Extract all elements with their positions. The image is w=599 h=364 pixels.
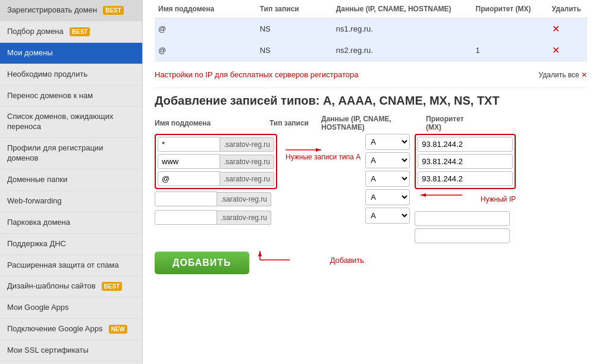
data-input-4[interactable]: [415, 228, 510, 243]
registrar-note-text: Настройки по IP для бесплатных серверов …: [155, 65, 358, 84]
sidebar-item-web-forwarding[interactable]: Web-forwarding: [0, 191, 142, 212]
form-row-3: .saratov-reg.ru: [155, 192, 360, 206]
sidebar-item-label: Зарегистрировать домен: [7, 5, 97, 15]
add-records-section: Добавление записей типов: А, AAAA, CNAME…: [143, 88, 599, 286]
annotation-add: Добавить: [330, 256, 364, 265]
delete-icon[interactable]: ✕: [552, 24, 560, 34]
form-rows-container: .saratov-reg.ru .saratov-reg.ru: [155, 134, 360, 228]
form-row-4: .saratov-reg.ru: [155, 210, 360, 225]
cell-delete[interactable]: ✕: [548, 18, 587, 40]
subdomain-group-2: .saratov-reg.ru: [158, 171, 274, 186]
form-header-data: Данные (IP, CNAME, HOSTNAME): [321, 115, 421, 131]
subdomain-suffix-2: .saratov-reg.ru: [220, 172, 274, 186]
sidebar-item-label: Мои SSL сертификаты: [7, 346, 89, 356]
subdomain-group-3: .saratov-reg.ru: [155, 192, 271, 206]
subdomain-input-3[interactable]: [155, 192, 217, 206]
sidebar-item-pick-domain[interactable]: Подбор домена BEST: [0, 21, 142, 43]
data-input-3[interactable]: [415, 211, 510, 226]
sidebar-item-domain-folders[interactable]: Доменные папки: [0, 170, 142, 191]
cell-priority: 1: [472, 40, 548, 61]
sidebar-badge-best: BEST: [103, 6, 124, 15]
subdomain-suffix-3: .saratov-reg.ru: [217, 192, 271, 206]
registrar-note-row: Настройки по IP для бесплатных серверов …: [155, 61, 587, 88]
form-row-2: .saratov-reg.ru: [158, 171, 274, 186]
sidebar-item-label: Профили для регистрации доменов: [7, 143, 135, 164]
type-select-4[interactable]: AAAAACNAMEMXNSTXT: [365, 208, 410, 224]
cell-type: NS: [256, 40, 333, 61]
arrow-to-add-icon: [254, 248, 325, 272]
outlined-data-group: [415, 134, 516, 189]
annotation-needed-records: Нужные записи типа А: [286, 153, 360, 161]
sidebar-badge-best: BEST: [102, 282, 123, 291]
col-header-subdomain: Имя поддомена: [155, 0, 256, 18]
sidebar-item-dns-support[interactable]: Поддержка ДНС: [0, 234, 142, 255]
col-header-priority: Приоритет (МX): [472, 0, 548, 18]
sidebar-item-site-templates[interactable]: Дизайн-шаблоны сайтов BEST: [0, 276, 142, 297]
sidebar-item-my-ssl[interactable]: Мои SSL сертификаты: [0, 340, 142, 362]
data-input-0[interactable]: [418, 137, 513, 152]
sidebar-item-label: Перенос доменов к нам: [7, 91, 93, 101]
subdomain-group-4: .saratov-reg.ru: [155, 210, 271, 225]
type-selects-column: AAAAACNAMEMXNSTXT AAAAACNAMEMXNSTXT AAAA…: [365, 134, 410, 226]
sidebar-item-transfer-domains[interactable]: Перенос доменов к нам: [0, 86, 142, 107]
add-button[interactable]: ДОБАВИТЬ: [155, 252, 249, 274]
sidebar-item-label: Поддержка ДНС: [7, 239, 66, 249]
subdomain-suffix-4: .saratov-reg.ru: [217, 211, 271, 225]
col-header-type: Тип записи: [256, 0, 333, 18]
subdomain-input-1[interactable]: [158, 154, 220, 169]
sidebar-item-my-domains[interactable]: Мои домены: [0, 43, 142, 64]
sidebar-item-register-domain[interactable]: Зарегистрировать домен BEST: [0, 0, 142, 21]
subdomain-input-0[interactable]: [158, 137, 220, 152]
sidebar-item-spam-protect[interactable]: Расширенная защита от спама: [0, 255, 142, 277]
sidebar-item-label: Подключение Google Apps: [7, 324, 103, 334]
data-annotation-container: Нужный IP: [415, 189, 516, 209]
sidebar-item-connect-google-apps[interactable]: Подключение Google Apps NEW: [0, 319, 142, 340]
cell-subdomain: @: [155, 40, 256, 61]
add-section-title: Добавление записей типов: А, AAAA, CNAME…: [155, 94, 587, 108]
subdomain-group-1: .saratov-reg.ru: [158, 154, 274, 169]
sidebar-item-label: Дизайн-шаблоны сайтов: [7, 281, 96, 291]
cell-delete[interactable]: ✕: [548, 40, 587, 61]
sidebar: Зарегистрировать домен BEST Подбор домен…: [0, 0, 143, 364]
subdomain-suffix-0: .saratov-reg.ru: [220, 137, 274, 152]
type-select-3[interactable]: AAAAACNAMEMXNSTXT: [365, 189, 410, 205]
sidebar-item-label: Web-forwarding: [7, 196, 62, 206]
sidebar-item-label: Мои домены: [7, 48, 53, 58]
sidebar-item-order-ssl[interactable]: Заказать SSL сертификат NEW: [0, 362, 142, 364]
main-content: Имя поддомена Тип записи Данные (IP, CNA…: [143, 0, 599, 364]
type-select-0[interactable]: AAAAACNAMEMXNSTXT: [365, 134, 410, 150]
subdomain-input-2[interactable]: [158, 171, 220, 186]
sidebar-item-pending-transfer[interactable]: Список доменов, ожидающих переноса: [0, 106, 142, 138]
data-inputs-column: Нужный IP: [415, 134, 516, 243]
col-header-delete: Удалить: [548, 0, 587, 18]
cell-subdomain: @: [155, 18, 256, 40]
delete-all-icon: ✕: [581, 71, 587, 79]
sidebar-item-label: Расширенная защита от спама: [7, 261, 119, 271]
subdomain-input-4[interactable]: [155, 210, 217, 225]
existing-dns-table: Имя поддомена Тип записи Данные (IP, CNA…: [155, 0, 587, 61]
delete-icon[interactable]: ✕: [552, 45, 560, 55]
type-select-2[interactable]: AAAAACNAMEMXNSTXT: [365, 171, 410, 187]
data-input-1[interactable]: [418, 154, 513, 169]
type-select-1[interactable]: AAAAACNAMEMXNSTXT: [365, 152, 410, 168]
sidebar-item-need-renew[interactable]: Необходимо продлить: [0, 64, 142, 86]
data-input-2[interactable]: [418, 171, 513, 186]
sidebar-item-reg-profiles[interactable]: Профили для регистрации доменов: [0, 138, 142, 170]
table-row: @ NS ns1.reg.ru. ✕: [155, 18, 587, 40]
form-rows-with-annotations: .saratov-reg.ru .saratov-reg.ru: [155, 134, 587, 243]
form-row-0: .saratov-reg.ru: [158, 137, 274, 152]
sidebar-badge-new: NEW: [109, 325, 127, 334]
subdomain-annotation-row: .saratov-reg.ru .saratov-reg.ru: [155, 134, 360, 189]
sidebar-item-domain-parking[interactable]: Парковка домена: [0, 212, 142, 234]
sidebar-item-label: Доменные папки: [7, 175, 67, 185]
subdomain-arrow-annotation: Нужные записи типа А: [280, 134, 360, 161]
form-header-subdomain: Имя поддомена: [155, 119, 265, 127]
add-button-annotation: ДОБАВИТЬ Добавить: [155, 246, 587, 274]
cell-type: NS: [256, 18, 333, 40]
annotation-needed-ip: Нужный IP: [481, 195, 516, 203]
sidebar-item-my-google-apps[interactable]: Мои Google Apps: [0, 297, 142, 319]
delete-all-link[interactable]: Удалить все ✕: [539, 71, 587, 79]
subdomain-suffix-1: .saratov-reg.ru: [220, 155, 274, 169]
sidebar-item-label: Необходимо продлить: [7, 70, 87, 80]
existing-records-area: Имя поддомена Тип записи Данные (IP, CNA…: [143, 0, 599, 88]
